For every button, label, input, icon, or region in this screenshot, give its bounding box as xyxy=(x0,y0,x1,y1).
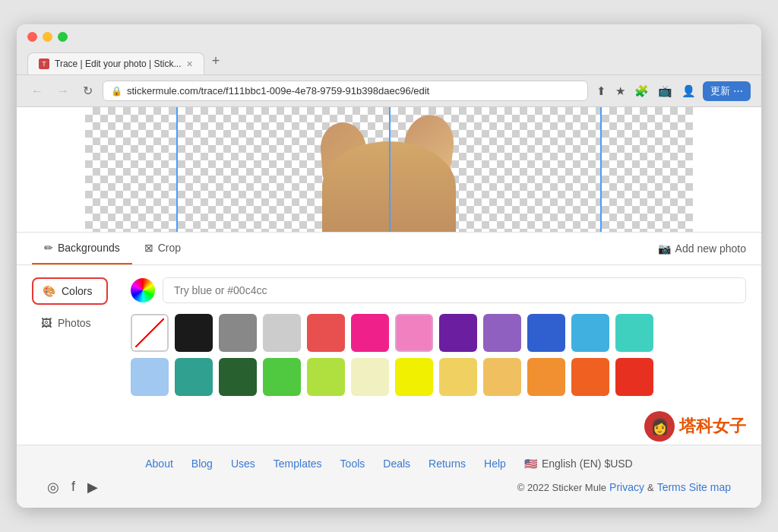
tab-backgrounds[interactable]: ✏ Backgrounds xyxy=(32,233,132,264)
youtube-icon[interactable]: ▶ xyxy=(87,479,98,496)
cast-button[interactable]: 📺 xyxy=(656,82,675,100)
footer-link-uses[interactable]: Uses xyxy=(231,458,255,470)
tab-close-button[interactable]: × xyxy=(187,59,193,69)
color-swatch-gray[interactable] xyxy=(219,314,257,352)
reload-button[interactable]: ↻ xyxy=(79,82,96,100)
minimize-traffic-light[interactable] xyxy=(43,32,52,42)
colors-tab[interactable]: 🎨 Colors xyxy=(32,277,108,305)
footer-link-about[interactable]: About xyxy=(145,458,173,470)
color-swatch-transparent[interactable] xyxy=(131,314,169,352)
facebook-icon[interactable]: f xyxy=(71,479,75,496)
language-selector[interactable]: 🇺🇸 English (EN) $USD xyxy=(524,458,633,470)
color-swatch-teal[interactable] xyxy=(615,314,653,352)
color-swatch-orange[interactable] xyxy=(527,358,565,396)
copyright: © 2022 Sticker Mule Privacy & Terms Site… xyxy=(517,481,731,493)
color-swatch-purple-dark[interactable] xyxy=(439,314,477,352)
editor-tab-left: ✏ Backgrounds ⊠ Crop xyxy=(32,233,193,264)
add-photo-button[interactable]: 📷 Add new photo xyxy=(658,242,746,255)
tab-title: Trace | Edit your photo | Stick... xyxy=(55,59,182,69)
close-traffic-light[interactable] xyxy=(27,32,37,42)
page-footer: About Blog Uses Templates Tools Deals Re… xyxy=(17,445,761,508)
color-swatch-pale-yellow[interactable] xyxy=(351,358,389,396)
watermark-content: 👩 塔科女子 xyxy=(644,411,746,442)
color-swatch-yellow[interactable] xyxy=(395,358,433,396)
language-label: English (EN) $USD xyxy=(542,458,633,470)
color-swatch-light-blue[interactable] xyxy=(571,314,609,352)
left-canvas-area xyxy=(85,107,176,233)
photos-tab[interactable]: 🖼 Photos xyxy=(32,311,108,335)
footer-link-blog[interactable]: Blog xyxy=(191,458,213,470)
color-swatch-light-gray[interactable] xyxy=(263,314,301,352)
section-sidebar: 🎨 Colors 🖼 Photos xyxy=(32,277,108,396)
bookmark-button[interactable]: ★ xyxy=(613,82,628,100)
update-button[interactable]: 更新 ⋯ xyxy=(703,81,751,101)
editor-tabs: ✏ Backgrounds ⊠ Crop 📷 Add new photo xyxy=(17,233,761,265)
footer-link-deals[interactable]: Deals xyxy=(383,458,410,470)
image-canvas xyxy=(176,107,602,233)
footer-link-tools[interactable]: Tools xyxy=(340,458,365,470)
section-row: 🎨 Colors 🖼 Photos xyxy=(32,277,746,396)
color-row-1 xyxy=(131,314,746,352)
color-swatch-orange-red[interactable] xyxy=(571,358,609,396)
footer-link-templates[interactable]: Templates xyxy=(274,458,322,470)
extension-button[interactable]: 🧩 xyxy=(632,82,651,100)
update-label: 更新 xyxy=(710,84,730,98)
color-search-input[interactable] xyxy=(163,277,746,303)
camera-icon: 📷 xyxy=(658,242,671,255)
color-swatch-teal-dark[interactable] xyxy=(175,358,213,396)
colors-main xyxy=(131,277,746,396)
lock-icon: 🔒 xyxy=(111,86,122,97)
color-swatch-yellow-green[interactable] xyxy=(307,358,345,396)
back-button[interactable]: ← xyxy=(27,83,47,100)
browser-tab-active[interactable]: T Trace | Edit your photo | Stick... × xyxy=(27,52,204,74)
profile-button[interactable]: 👤 xyxy=(679,82,698,100)
footer-link-returns[interactable]: Returns xyxy=(429,458,466,470)
photos-tab-label: Photos xyxy=(58,317,91,329)
color-swatch-red[interactable] xyxy=(307,314,345,352)
color-swatch-green[interactable] xyxy=(263,358,301,396)
sitemap-link[interactable]: Site map xyxy=(689,481,731,493)
colors-tab-label: Colors xyxy=(62,285,92,297)
flag-icon: 🇺🇸 xyxy=(524,458,537,470)
footer-social: ◎ f ▶ © 2022 Sticker Mule Privacy & Term… xyxy=(47,479,731,496)
footer-links: About Blog Uses Templates Tools Deals Re… xyxy=(47,458,731,470)
right-canvas-area xyxy=(602,107,693,233)
address-input[interactable]: 🔒 stickermule.com/trace/f111bbc1-009e-4e… xyxy=(103,81,588,101)
color-swatch-green-dark[interactable] xyxy=(219,358,257,396)
tabs-row: T Trace | Edit your photo | Stick... × + xyxy=(27,48,751,74)
crop-icon: ⊠ xyxy=(144,242,153,254)
page-content: ✏ Backgrounds ⊠ Crop 📷 Add new photo 🎨 xyxy=(17,107,761,508)
tab-crop-label: Crop xyxy=(158,242,181,254)
color-swatch-red-orange[interactable] xyxy=(615,358,653,396)
color-swatch-purple[interactable] xyxy=(483,314,521,352)
add-photo-label: Add new photo xyxy=(675,242,746,255)
color-swatch-peach[interactable] xyxy=(483,358,521,396)
maximize-traffic-light[interactable] xyxy=(58,32,68,42)
privacy-link[interactable]: Privacy xyxy=(609,481,644,493)
color-swatch-pale-blue[interactable] xyxy=(131,358,169,396)
color-swatch-pink[interactable] xyxy=(395,314,433,352)
selection-line xyxy=(389,107,391,233)
address-text: stickermule.com/trace/f111bbc1-009e-4e78… xyxy=(127,85,429,97)
color-wheel xyxy=(131,278,155,302)
color-swatch-black[interactable] xyxy=(175,314,213,352)
color-grid xyxy=(131,314,746,396)
terms-link[interactable]: Terms xyxy=(657,481,686,493)
backgrounds-icon: ✏ xyxy=(44,242,53,254)
amp-separator: & xyxy=(647,482,654,493)
forward-button[interactable]: → xyxy=(53,83,73,100)
traffic-lights xyxy=(27,32,751,42)
tab-favicon: T xyxy=(39,59,49,69)
color-swatch-blue[interactable] xyxy=(527,314,565,352)
new-tab-button[interactable]: + xyxy=(204,48,228,74)
color-swatch-pale-orange[interactable] xyxy=(439,358,477,396)
tab-crop[interactable]: ⊠ Crop xyxy=(132,233,193,264)
browser-actions: ⬆ ★ 🧩 📺 👤 更新 ⋯ xyxy=(594,81,751,101)
address-bar: ← → ↻ 🔒 stickermule.com/trace/f111bbc1-0… xyxy=(17,75,761,107)
color-swatch-hot-pink[interactable] xyxy=(351,314,389,352)
footer-link-help[interactable]: Help xyxy=(484,458,506,470)
watermark-text: 塔科女子 xyxy=(679,415,746,438)
colors-section: 🎨 Colors 🖼 Photos xyxy=(17,265,761,408)
instagram-icon[interactable]: ◎ xyxy=(47,479,59,496)
share-button[interactable]: ⬆ xyxy=(594,82,609,100)
